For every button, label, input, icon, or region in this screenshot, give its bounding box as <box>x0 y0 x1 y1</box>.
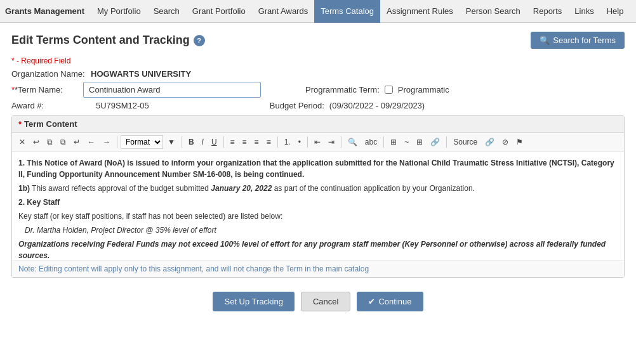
nav-terms-catalog[interactable]: Terms Catalog <box>314 0 380 23</box>
term-section-header: * Term Content <box>12 116 624 133</box>
programmatic-checkbox[interactable] <box>385 86 393 94</box>
sep7 <box>383 136 384 148</box>
award-group: Award #: 5U79SM12-05 <box>11 101 149 110</box>
toolbar-indent-out[interactable]: ⇤ <box>311 136 324 148</box>
content-line2: 1b) This award reflects approval of the … <box>18 183 618 194</box>
nav-links[interactable]: Links <box>568 0 600 23</box>
content-line5: Dr. Martha Holden, Project Director @ 35… <box>18 224 618 236</box>
budget-group: Budget Period: (09/30/2022 - 09/29/2023) <box>270 101 425 110</box>
search-terms-label: Search for Terms <box>553 36 616 45</box>
checkmark-icon: ✔ <box>368 297 375 306</box>
nav-brand[interactable]: Grants Management <box>5 6 84 16</box>
toolbar-source[interactable]: Source <box>450 136 480 148</box>
toolbar-flag[interactable]: ⚑ <box>513 136 526 148</box>
required-note: * - Required Field <box>11 56 625 65</box>
help-icon[interactable]: ? <box>194 35 205 46</box>
nav-person-search[interactable]: Person Search <box>460 0 527 23</box>
setup-tracking-button[interactable]: Set Up Tracking <box>213 292 295 311</box>
page-content: Edit Terms Content and Tracking ? 🔍 Sear… <box>0 23 636 325</box>
toolbar-back[interactable]: ← <box>84 136 98 148</box>
bottom-actions: Set Up Tracking Cancel ✔ Continue <box>11 284 625 316</box>
nav-help[interactable]: Help <box>600 0 630 23</box>
nav-reports[interactable]: Reports <box>527 0 569 23</box>
sep3 <box>223 136 224 148</box>
award-budget-row: Award #: 5U79SM12-05 Budget Period: (09/… <box>11 101 625 110</box>
prog-checkbox-label: Programmatic <box>398 85 449 94</box>
term-name-label: **Term Name: <box>11 85 78 94</box>
budget-value: (09/30/2022 - 09/29/2023) <box>329 101 425 110</box>
award-label: Award #: <box>11 101 91 110</box>
toolbar-indent-in[interactable]: ⇥ <box>325 136 338 148</box>
sep4 <box>277 136 278 148</box>
toolbar-enter[interactable]: ↵ <box>70 136 83 148</box>
sep8 <box>446 136 447 148</box>
toolbar-search[interactable]: 🔍 <box>345 136 361 148</box>
term-content-section: * Term Content ✕ ↩ ⧉ ⧉ ↵ ← → Format ▼ B … <box>11 115 625 278</box>
nav-bar: Grants Management My Portfolio Search Gr… <box>0 0 636 23</box>
toolbar-link[interactable]: 🔗 <box>427 136 443 148</box>
toolbar-bold[interactable]: B <box>185 136 197 148</box>
page-title-text: Edit Terms Content and Tracking <box>11 34 190 47</box>
toolbar-underline[interactable]: U <box>208 136 220 148</box>
toolbar-cut[interactable]: ✕ <box>16 136 29 148</box>
term-prog-row: **Term Name: Programmatic Term: Programm… <box>11 82 625 98</box>
toolbar-unlink[interactable]: ⊘ <box>499 136 512 148</box>
toolbar-align-left[interactable]: ≡ <box>227 136 238 148</box>
format-select[interactable]: Format <box>121 135 163 149</box>
toolbar-img[interactable]: ⊞ <box>413 136 426 148</box>
budget-label: Budget Period: <box>270 101 324 110</box>
content-line3: 2. Key Staff <box>18 197 618 208</box>
prog-term-group: Programmatic Term: Programmatic <box>305 85 449 94</box>
toolbar-special[interactable]: ~ <box>401 136 412 148</box>
term-name-group: **Term Name: <box>11 82 261 98</box>
search-icon: 🔍 <box>540 36 550 45</box>
page-title: Edit Terms Content and Tracking ? <box>11 34 205 47</box>
term-name-input[interactable] <box>83 82 261 98</box>
toolbar-align-right[interactable]: ≡ <box>251 136 262 148</box>
editor-content[interactable]: 1. This Notice of Award (NoA) is issued … <box>12 152 624 260</box>
toolbar-spell[interactable]: abc <box>362 136 380 148</box>
editor-toolbar: ✕ ↩ ⧉ ⧉ ↵ ← → Format ▼ B I U ≡ ≡ ≡ ≡ 1. … <box>12 133 624 152</box>
sep2 <box>182 136 182 148</box>
toolbar-ul[interactable]: • <box>295 136 304 148</box>
nav-grant-portfolio[interactable]: Grant Portfolio <box>186 0 252 23</box>
org-row: Organization Name: HOGWARTS UNIVERSITY <box>11 69 625 79</box>
sep6 <box>341 136 341 148</box>
award-value: 5U79SM12-05 <box>96 101 149 110</box>
nav-assignment-rules[interactable]: Assignment Rules <box>380 0 460 23</box>
toolbar-align-justify[interactable]: ≡ <box>263 136 274 148</box>
nav-search[interactable]: Search <box>147 0 186 23</box>
content-line4: Key staff (or key staff positions, if st… <box>18 211 618 222</box>
page-header: Edit Terms Content and Tracking ? 🔍 Sear… <box>11 32 625 49</box>
nav-my-portfolio[interactable]: My Portfolio <box>91 0 147 23</box>
toolbar-link2[interactable]: 🔗 <box>482 136 498 148</box>
continue-button[interactable]: ✔ Continue <box>357 292 423 311</box>
prog-term-label: Programmatic Term: <box>305 85 380 94</box>
nav-grant-awards[interactable]: Grant Awards <box>252 0 315 23</box>
sep1 <box>117 136 117 148</box>
continue-label: Continue <box>378 297 411 306</box>
editor-wrapper: 1. This Notice of Award (NoA) is issued … <box>12 152 624 260</box>
search-terms-button[interactable]: 🔍 Search for Terms <box>531 32 625 49</box>
org-value: HOGWARTS UNIVERSITY <box>91 69 191 79</box>
toolbar-arrow[interactable]: ▼ <box>164 136 178 148</box>
sep5 <box>307 136 308 148</box>
term-content-label: Term Content <box>24 119 77 129</box>
edit-note: Note: Editing content will apply only to… <box>12 260 624 277</box>
content-line1: 1. This Notice of Award (NoA) is issued … <box>18 157 618 180</box>
content-line6: Organizations receiving Federal Funds ma… <box>18 238 618 260</box>
org-label: Organization Name: <box>11 69 91 79</box>
cancel-button[interactable]: Cancel <box>301 292 350 311</box>
toolbar-copy[interactable]: ⧉ <box>44 136 56 148</box>
toolbar-undo[interactable]: ↩ <box>30 136 43 148</box>
toolbar-align-center[interactable]: ≡ <box>239 136 250 148</box>
toolbar-ol[interactable]: 1. <box>281 136 294 148</box>
toolbar-table[interactable]: ⊞ <box>387 136 400 148</box>
toolbar-paste[interactable]: ⧉ <box>57 136 69 148</box>
toolbar-forward[interactable]: → <box>100 136 114 148</box>
toolbar-italic[interactable]: I <box>199 136 207 148</box>
